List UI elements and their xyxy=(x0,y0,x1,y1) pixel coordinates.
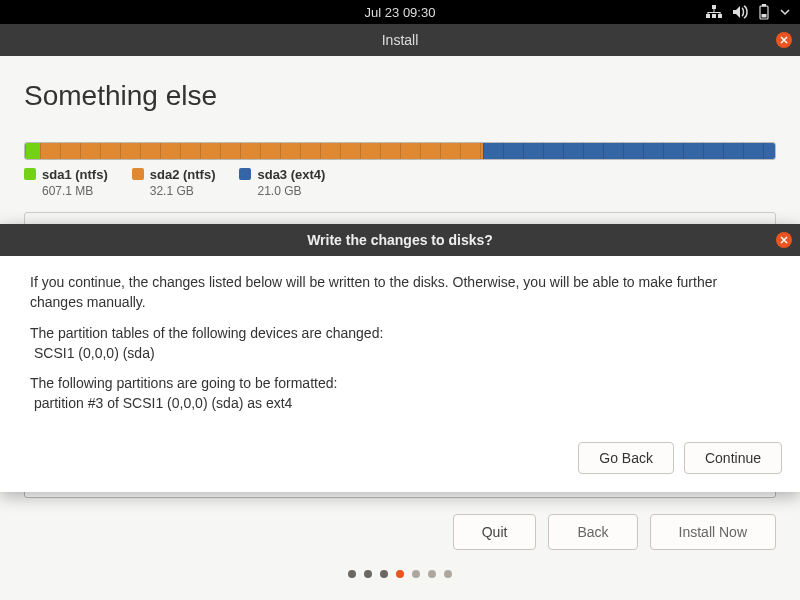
dialog-close-button[interactable] xyxy=(776,232,792,248)
window-title: Install xyxy=(382,32,419,48)
step-dot xyxy=(412,570,420,578)
partition-legend: sda1 (ntfs) 607.1 MB sda2 (ntfs) 32.1 GB… xyxy=(24,166,776,198)
legend-size: 21.0 GB xyxy=(257,184,301,198)
page-title: Something else xyxy=(24,80,776,112)
step-dot xyxy=(364,570,372,578)
dialog-buttons: Go Back Continue xyxy=(0,442,800,492)
close-button[interactable] xyxy=(776,32,792,48)
svg-rect-2 xyxy=(712,14,716,18)
wizard-buttons: Quit Back Install Now xyxy=(453,514,776,550)
swatch-icon xyxy=(239,168,251,180)
dialog-text: The partition tables of the following de… xyxy=(30,325,383,341)
disk-usage-bar xyxy=(24,142,776,160)
battery-icon[interactable] xyxy=(758,4,770,20)
dialog-body: If you continue, the changes listed belo… xyxy=(0,256,800,442)
main-content: Something else sda1 (ntfs) 607.1 MB sda2… xyxy=(0,56,800,236)
svg-rect-7 xyxy=(720,12,721,15)
svg-rect-10 xyxy=(762,14,767,18)
partition-segment-sda2[interactable] xyxy=(40,143,483,159)
legend-item: sda2 (ntfs) 32.1 GB xyxy=(132,166,216,198)
dialog-text: partition #3 of SCSI1 (0,0,0) (sda) as e… xyxy=(30,395,292,411)
swatch-icon xyxy=(132,168,144,180)
svg-rect-5 xyxy=(708,12,721,13)
step-dot xyxy=(396,570,404,578)
step-dot xyxy=(428,570,436,578)
dialog-title: Write the changes to disks? xyxy=(307,232,493,248)
swatch-icon xyxy=(24,168,36,180)
install-now-button[interactable]: Install Now xyxy=(650,514,776,550)
dialog-text: If you continue, the changes listed belo… xyxy=(30,272,770,313)
quit-button[interactable]: Quit xyxy=(453,514,537,550)
svg-rect-6 xyxy=(708,12,709,15)
svg-rect-0 xyxy=(712,5,716,9)
dialog-text: SCSI1 (0,0,0) (sda) xyxy=(30,345,155,361)
legend-item: sda1 (ntfs) 607.1 MB xyxy=(24,166,108,198)
go-back-button[interactable]: Go Back xyxy=(578,442,674,474)
confirm-dialog: Write the changes to disks? If you conti… xyxy=(0,224,800,492)
legend-name: sda2 (ntfs) xyxy=(150,167,216,182)
step-dot xyxy=(444,570,452,578)
chevron-down-icon[interactable] xyxy=(780,7,790,17)
back-button[interactable]: Back xyxy=(548,514,637,550)
continue-button[interactable]: Continue xyxy=(684,442,782,474)
partition-segment-sda3[interactable] xyxy=(483,143,776,159)
network-icon[interactable] xyxy=(706,5,722,19)
top-panel: Jul 23 09:30 xyxy=(0,0,800,24)
svg-rect-9 xyxy=(763,5,766,7)
progress-indicator xyxy=(0,570,800,578)
volume-icon[interactable] xyxy=(732,5,748,19)
clock[interactable]: Jul 23 09:30 xyxy=(365,5,436,20)
legend-size: 32.1 GB xyxy=(150,184,194,198)
dialog-titlebar: Write the changes to disks? xyxy=(0,224,800,256)
legend-size: 607.1 MB xyxy=(42,184,93,198)
legend-item: sda3 (ext4) 21.0 GB xyxy=(239,166,325,198)
step-dot xyxy=(348,570,356,578)
window-titlebar: Install xyxy=(0,24,800,56)
system-tray xyxy=(706,0,790,24)
legend-name: sda1 (ntfs) xyxy=(42,167,108,182)
legend-name: sda3 (ext4) xyxy=(257,167,325,182)
step-dot xyxy=(380,570,388,578)
dialog-text: The following partitions are going to be… xyxy=(30,375,337,391)
partition-segment-sda1[interactable] xyxy=(25,143,40,159)
